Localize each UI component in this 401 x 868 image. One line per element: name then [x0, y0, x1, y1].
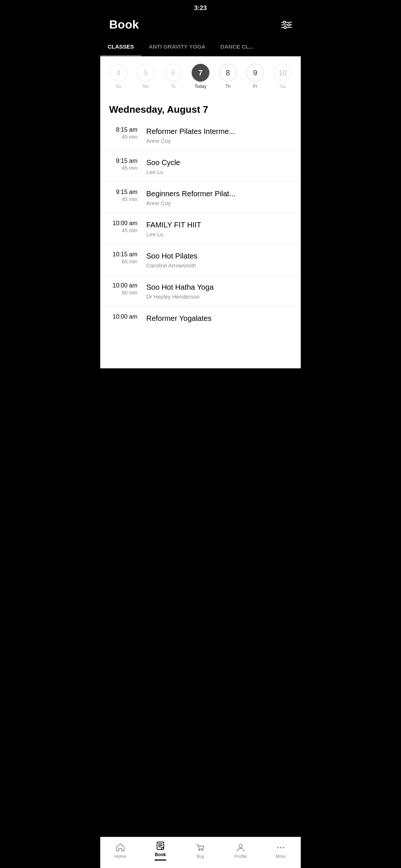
- profile-icon: [236, 843, 245, 852]
- class-info-0: Reformer Pilates Interme... Anne Coy: [146, 126, 292, 144]
- date-heading: Wednesday, August 7: [100, 96, 301, 120]
- home-icon: [115, 843, 125, 852]
- nav-buy[interactable]: Buy: [189, 843, 212, 859]
- class-list: 8:15 am 45 min Reformer Pilates Interme.…: [100, 120, 301, 331]
- class-info-4: Soo Hot Pilates Caroline Arrowsmith: [146, 251, 292, 269]
- tab-classes[interactable]: CLASSES: [100, 37, 141, 56]
- nav-profile[interactable]: Profile: [229, 843, 252, 859]
- date-item-4[interactable]: 4 Su: [109, 64, 128, 89]
- class-item-5[interactable]: 10:00 am 60 min Soo Hot Hatha Yoga Dr Ha…: [100, 276, 301, 307]
- date-item-5[interactable]: 5 Mo: [136, 64, 156, 89]
- class-info-6: Reformer Yogalates: [146, 313, 292, 325]
- class-info-3: FAMILY FIT HIIT Lee Lu: [146, 220, 292, 237]
- date-number-8: 8: [219, 64, 237, 82]
- buy-icon: [196, 843, 205, 852]
- date-day-6: Tu: [170, 84, 176, 89]
- class-time-4: 10:15 am 60 min: [109, 251, 146, 264]
- class-item-3[interactable]: 10:00 am 45 min FAMILY FIT HIIT Lee Lu: [100, 213, 301, 244]
- class-item-0[interactable]: 8:15 am 45 min Reformer Pilates Interme.…: [100, 120, 301, 151]
- class-item-1[interactable]: 9:15 am 45 min Soo Cycle Lee Lu: [100, 151, 301, 182]
- date-number-5: 5: [137, 64, 155, 82]
- class-time-6: 10:00 am: [109, 313, 146, 321]
- date-picker: 4 Su 5 Mo 6 Tu 7 Today 8 Th 9 Fr 10 Sa: [100, 56, 301, 96]
- svg-point-1: [283, 21, 286, 23]
- svg-point-14: [202, 849, 203, 851]
- nav-home[interactable]: Home: [109, 843, 131, 859]
- page-title: Book: [109, 18, 139, 32]
- date-number-9: 9: [246, 64, 264, 82]
- svg-point-15: [239, 844, 242, 848]
- class-time-2: 9:15 am 45 min: [109, 189, 146, 202]
- nav-more[interactable]: More: [270, 843, 292, 859]
- date-number-7: 7: [192, 64, 209, 82]
- date-item-10[interactable]: 10 Sa: [273, 64, 292, 89]
- nav-home-label: Home: [114, 854, 126, 859]
- more-icon: [276, 843, 286, 852]
- class-info-1: Soo Cycle Lee Lu: [146, 158, 292, 175]
- date-number-10: 10: [274, 64, 291, 82]
- class-time-1: 9:15 am 45 min: [109, 158, 146, 171]
- date-day-10: Sa: [280, 84, 286, 89]
- svg-point-5: [284, 26, 286, 29]
- class-time-5: 10:00 am 60 min: [109, 282, 146, 296]
- header: Book: [100, 15, 301, 37]
- class-info-5: Soo Hot Hatha Yoga Dr Hayley Henderson: [146, 282, 292, 300]
- date-number-6: 6: [164, 64, 182, 82]
- tab-anti-gravity-yoga[interactable]: ANTI GRAVITY YOGA: [141, 37, 213, 56]
- tab-dance-classes[interactable]: DANCE CL...: [213, 37, 261, 56]
- date-number-4: 4: [110, 64, 127, 82]
- class-info-2: Beginners Reformer Pilat... Anne Coy: [146, 189, 292, 206]
- date-day-7: Today: [195, 84, 206, 89]
- svg-point-16: [277, 847, 278, 848]
- bottom-nav: Home Book Buy: [100, 837, 301, 868]
- nav-book-label: Book: [155, 852, 166, 857]
- filter-button[interactable]: [281, 21, 292, 29]
- class-item-6[interactable]: 10:00 am Reformer Yogalates: [100, 307, 301, 331]
- nav-buy-label: Buy: [197, 854, 205, 859]
- date-item-9[interactable]: 9 Fr: [245, 64, 265, 89]
- nav-more-label: More: [276, 854, 286, 859]
- status-bar: 3:23: [100, 0, 301, 15]
- status-time: 3:23: [194, 4, 207, 12]
- date-day-5: Mo: [143, 84, 149, 89]
- date-day-4: Su: [116, 84, 121, 89]
- svg-point-3: [288, 24, 290, 26]
- date-item-6[interactable]: 6 Tu: [163, 64, 183, 89]
- main-content: 4 Su 5 Mo 6 Tu 7 Today 8 Th 9 Fr 10 Sa W…: [100, 56, 301, 368]
- date-item-7[interactable]: 7 Today: [191, 64, 210, 89]
- date-day-9: Fr: [253, 84, 257, 89]
- class-item-2[interactable]: 9:15 am 45 min Beginners Reformer Pilat.…: [100, 182, 301, 213]
- date-item-8[interactable]: 8 Th: [218, 64, 238, 89]
- svg-point-17: [280, 847, 281, 848]
- class-item-4[interactable]: 10:15 am 60 min Soo Hot Pilates Caroline…: [100, 244, 301, 276]
- nav-profile-label: Profile: [234, 854, 247, 859]
- svg-point-13: [199, 849, 200, 851]
- date-day-8: Th: [225, 84, 231, 89]
- nav-book[interactable]: Book: [149, 841, 172, 861]
- class-time-3: 10:00 am 45 min: [109, 220, 146, 233]
- class-time-0: 8:15 am 45 min: [109, 126, 146, 140]
- svg-point-18: [283, 847, 284, 848]
- book-icon: [156, 841, 165, 851]
- category-tabs: CLASSES ANTI GRAVITY YOGA DANCE CL...: [100, 37, 301, 56]
